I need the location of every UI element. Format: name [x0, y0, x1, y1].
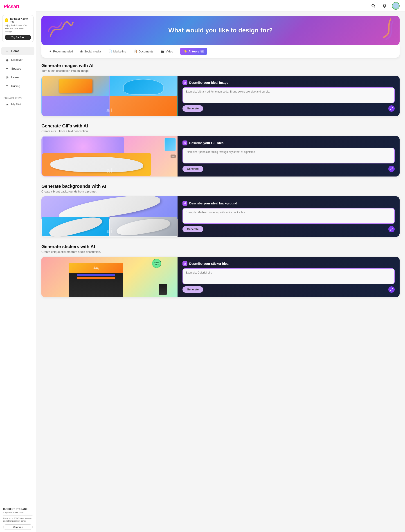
tab-marketing-label: Marketing: [113, 50, 126, 53]
notifications-button[interactable]: [381, 2, 388, 10]
gold-banner-title: Try Gold 7 days free: [10, 18, 31, 23]
try-gold-button[interactable]: Try for free: [5, 35, 31, 40]
gif-overlay: GIF: [170, 155, 176, 158]
ai-badge-small: ai: [201, 50, 204, 53]
backgrounds-textarea[interactable]: [182, 208, 395, 224]
tab-video-icon: 🎬: [160, 49, 164, 53]
hero-title: What would you like to design for?: [168, 27, 273, 34]
backgrounds-expand-button[interactable]: [388, 226, 395, 232]
tab-social-media[interactable]: ◉ Social media: [77, 48, 104, 55]
storage-section: Current Storage 0 Bytes/100 MB used Enjo…: [0, 506, 36, 532]
tab-recommended[interactable]: ✦ Recommended: [46, 48, 76, 55]
stickers-card-right: ai Describe your sticker idea Generate: [177, 257, 400, 297]
collage-cell-2: [110, 76, 177, 96]
section-subtitle-images: Turn a text description into an image.: [41, 69, 400, 73]
nav-label-home: Home: [11, 49, 19, 53]
backgrounds-card-header: ai Describe your ideal background: [182, 201, 395, 206]
gifs-card-header: ai Describe your GIF Idea: [182, 141, 395, 145]
collage-cell-4: [110, 96, 177, 116]
gif-extra-cell: [164, 138, 176, 151]
storage-promo: Enjoy up to 20GB more storage and other …: [3, 517, 33, 523]
picsart-drive-label: Picsart Drive: [0, 95, 36, 100]
pricing-icon: ⊙: [5, 84, 9, 88]
nav-item-discover[interactable]: ◉ Discover: [1, 56, 34, 64]
nav-item-home[interactable]: ⌂ Home: [1, 47, 34, 55]
tab-recommended-label: Recommended: [53, 50, 73, 53]
ai-watermark-images: ai: [106, 107, 113, 114]
learn-icon: ◎: [5, 75, 9, 80]
nav-label-learn: Learn: [11, 76, 19, 79]
stickers-card-header: ai Describe your sticker idea: [182, 261, 395, 266]
section-title-backgrounds: Generate backgrounds with AI: [41, 184, 400, 189]
topbar: [36, 0, 405, 12]
sticker-person: CyberMonday: [69, 263, 123, 297]
images-textarea[interactable]: [182, 87, 395, 103]
collage-cell-3: [42, 96, 109, 116]
storage-used: 0 Bytes/100 MB used: [3, 511, 33, 514]
sticker-bottle: [159, 284, 167, 295]
images-preview: ai: [41, 76, 177, 116]
ai-badge-backgrounds: ai: [182, 201, 187, 206]
bg-cell-left: [42, 217, 109, 236]
gifs-expand-button[interactable]: [388, 166, 395, 172]
gold-banner: ⭐ Try Gold 7 days free Enjoy the full su…: [2, 15, 34, 42]
nav-item-spaces[interactable]: ✦ Spaces: [1, 64, 34, 73]
tab-divider: [178, 49, 178, 54]
nav-label-pricing: Pricing: [11, 84, 20, 88]
backgrounds-generate-button[interactable]: Generate: [182, 226, 203, 232]
section-subtitle-backgrounds: Create vibrant backgrounds from a prompt…: [41, 190, 400, 193]
home-icon: ⌂: [5, 49, 9, 53]
hero-banner: What would you like to design for?: [41, 16, 400, 45]
upgrade-button[interactable]: Upgrade: [3, 524, 33, 530]
sidebar-divider-1: [3, 94, 33, 94]
search-button[interactable]: [370, 2, 377, 10]
stickers-card-footer: Generate: [182, 286, 395, 293]
tab-marketing[interactable]: 📄 Marketing: [105, 48, 129, 55]
section-subtitle-gifs: Create a GIF from a text description.: [41, 130, 400, 133]
main-nav: ⌂ Home ◉ Discover ✦ Spaces ◎ Learn ⊙ Pri…: [0, 45, 36, 93]
avatar[interactable]: [392, 2, 400, 10]
ai-watermark-gifs: ai: [106, 167, 113, 174]
bg-top-half: [41, 196, 177, 218]
nav-label-myfiles: My files: [11, 102, 21, 106]
main-content: What would you like to design for? ✦ Rec…: [36, 0, 405, 532]
images-card-footer: Generate: [182, 105, 395, 112]
stickers-textarea[interactable]: [182, 268, 395, 284]
stickers-card-label: Describe your sticker idea: [189, 262, 228, 266]
stickers-generate-button[interactable]: Generate: [182, 286, 203, 293]
section-title-stickers: Generate stickers with AI: [41, 244, 400, 249]
nav-item-pricing[interactable]: ⊙ Pricing: [1, 82, 34, 90]
section-subtitle-stickers: Create unique stickers from a text descr…: [41, 250, 400, 253]
collage-cell-1: [42, 76, 109, 96]
tab-social-icon: ◉: [80, 49, 83, 53]
storage-bar-fill: [3, 515, 3, 516]
gif-preview-area: GIF ai: [41, 136, 177, 177]
nav-label-discover: Discover: [11, 58, 23, 61]
tab-ai-tools[interactable]: ✨ AI tools ai: [180, 48, 207, 55]
ai-card-gifs: GIF ai ai Describe your GIF Idea Generat…: [41, 136, 400, 177]
gifs-generate-button[interactable]: Generate: [182, 166, 203, 172]
nav-item-myfiles[interactable]: ☁ My files: [1, 100, 34, 109]
tab-documents-label: Documents: [139, 50, 154, 53]
logo[interactable]: Picsart: [0, 0, 36, 12]
gif-cell-shoe: [42, 153, 151, 176]
section-title-images: Generate images with AI: [41, 63, 400, 68]
gifs-textarea[interactable]: [182, 148, 395, 164]
backgrounds-card-right: ai Describe your ideal background Genera…: [177, 196, 400, 237]
tab-documents[interactable]: 📋 Documents: [130, 48, 157, 55]
images-generate-button[interactable]: Generate: [182, 105, 203, 112]
storage-bar: [3, 515, 33, 516]
images-card-header: ai Describe your ideal image: [182, 80, 395, 85]
backgrounds-preview: ai: [41, 196, 177, 237]
tab-video[interactable]: 🎬 Video: [157, 48, 176, 55]
ai-badge-images: ai: [182, 80, 187, 85]
nav-item-learn[interactable]: ◎ Learn: [1, 73, 34, 82]
tab-ai-label: AI tools: [188, 50, 199, 53]
stickers-expand-button[interactable]: [388, 286, 395, 293]
stickers-preview: CyberMonday SUPERSALE ai: [41, 257, 177, 297]
bg-preview-area: ai: [41, 196, 177, 237]
images-expand-button[interactable]: [388, 105, 395, 112]
logo-text: Picsart: [4, 4, 19, 9]
ai-card-backgrounds: ai ai Describe your ideal background Gen…: [41, 196, 400, 237]
tab-ai-icon: ✨: [183, 49, 187, 53]
